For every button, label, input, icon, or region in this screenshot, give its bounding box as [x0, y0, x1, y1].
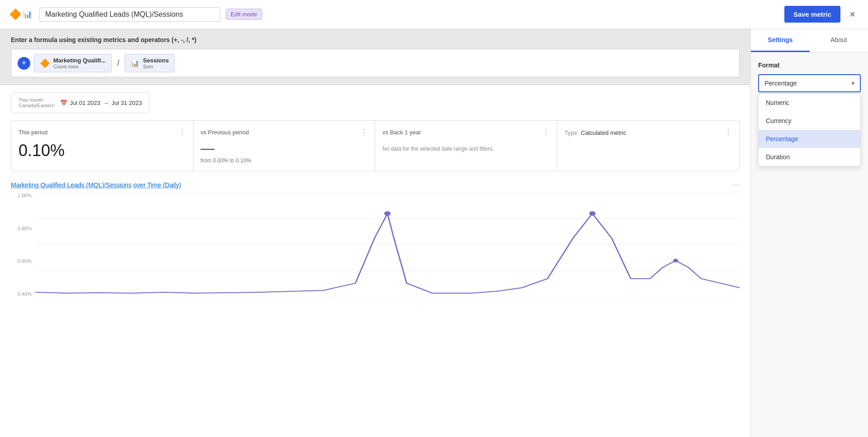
- chart-title: Marketing Qualified Leads (MQL)/Sessions…: [11, 181, 181, 189]
- chart-section: Marketing Qualified Leads (MQL)/Sessions…: [11, 180, 740, 310]
- mql-chip-sub: Count rows: [53, 64, 106, 69]
- format-select[interactable]: Percentage ▾: [758, 74, 861, 92]
- chart-plot: [35, 193, 740, 297]
- right-tabs: Settings About: [751, 29, 868, 52]
- svg-point-5: [384, 211, 391, 216]
- stat-card-this-period: This period ⋮ 0.10%: [11, 121, 193, 171]
- format-dropdown-menu: Numeric Currency Percentage Duration: [758, 93, 861, 166]
- date-end: Jul 31 2023: [112, 100, 142, 106]
- y-label-1: 1.00%: [11, 193, 32, 198]
- stat-note-back-year: No data for the selected date range and …: [382, 141, 550, 153]
- y-label-4: 0.40%: [11, 291, 32, 297]
- dropdown-item-duration[interactable]: Duration: [759, 148, 860, 166]
- bar-chart-icon: 📊: [23, 10, 32, 19]
- formula-editor: + 🔶 Marketing Qualifi... Count rows / 📊 …: [11, 49, 740, 77]
- svg-point-7: [673, 259, 678, 262]
- metric-title-input[interactable]: [39, 7, 220, 22]
- edit-mode-badge: Edit mode: [226, 9, 262, 20]
- y-label-3: 0.60%: [11, 258, 32, 264]
- dropdown-item-currency[interactable]: Currency: [759, 112, 860, 130]
- timezone-label: Canada/Eastern: [19, 103, 55, 108]
- type-menu[interactable]: ⋮: [725, 128, 732, 137]
- stat-value-prev-period: ––: [201, 141, 368, 156]
- metric-chip-mql[interactable]: 🔶 Marketing Qualifi... Count rows: [34, 54, 112, 72]
- date-range: 📅 Jul 01 2023 → Jul 31 2023: [60, 100, 142, 106]
- formula-bar: Enter a formula using existing metrics a…: [0, 29, 750, 85]
- format-selected-value: Percentage: [764, 80, 797, 87]
- format-label: Format: [758, 62, 861, 69]
- mql-chip-title: Marketing Qualifi...: [53, 57, 106, 64]
- this-period-menu[interactable]: ⋮: [179, 128, 186, 137]
- stat-title-prev-period: vs Previous period: [201, 129, 249, 136]
- main-layout: Enter a formula using existing metrics a…: [0, 29, 868, 437]
- stats-grid: This period ⋮ 0.10% vs Previous period ⋮…: [11, 120, 740, 171]
- add-metric-button[interactable]: +: [18, 57, 30, 70]
- stat-type-label: Type:: [565, 129, 579, 136]
- svg-point-6: [589, 211, 595, 216]
- format-select-container: Percentage ▾ Numeric Currency Percentage…: [758, 74, 861, 92]
- save-metric-button[interactable]: Save metric: [784, 6, 840, 23]
- sessions-chip-title: Sessions: [143, 57, 169, 64]
- stat-card-type: Type: Calculated metric ⋮: [557, 121, 740, 171]
- metric-chip-sessions[interactable]: 📊 Sessions Sum: [125, 54, 175, 72]
- content-area: This month Canada/Eastern 📅 Jul 01 2023 …: [0, 85, 750, 437]
- dropdown-item-percentage[interactable]: Percentage: [759, 130, 860, 148]
- stat-title-back-year: vs Back 1 year: [382, 129, 421, 136]
- mql-icon: 🔶: [40, 58, 50, 68]
- right-panel: Settings About Format Percentage ▾ Numer…: [750, 29, 868, 437]
- calendar-icon: 📅: [60, 100, 67, 106]
- tab-settings[interactable]: Settings: [751, 29, 810, 52]
- prev-period-menu[interactable]: ⋮: [360, 128, 368, 137]
- dropdown-item-numeric[interactable]: Numeric: [759, 94, 860, 112]
- formula-instruction: Enter a formula using existing metrics a…: [11, 36, 740, 43]
- period-label: This month: [19, 97, 55, 103]
- top-bar: 🔶 📊 Edit mode Save metric ×: [0, 0, 868, 29]
- back-year-menu[interactable]: ⋮: [542, 128, 550, 137]
- chart-container: 1.00% 0.80% 0.60% 0.40%: [11, 193, 740, 310]
- tab-about[interactable]: About: [810, 29, 868, 52]
- chart-header: Marketing Qualified Leads (MQL)/Sessions…: [11, 180, 740, 189]
- arrow-icon: →: [103, 100, 109, 106]
- stat-type-value: Calculated metric: [581, 129, 626, 136]
- hubspot-logo: 🔶 📊: [9, 9, 32, 20]
- right-content: Format Percentage ▾ Numeric Currency Per…: [751, 52, 868, 101]
- chart-menu[interactable]: ⋯: [732, 180, 740, 189]
- date-start: Jul 01 2023: [70, 100, 100, 106]
- y-label-2: 0.80%: [11, 226, 32, 231]
- hubspot-icon: 🔶: [9, 9, 21, 20]
- stat-card-back-year: vs Back 1 year ⋮ No data for the selecte…: [375, 121, 557, 171]
- sessions-chip-sub: Sum: [143, 64, 169, 69]
- stat-card-prev-period: vs Previous period ⋮ –– from 0.00% to 0.…: [193, 121, 376, 171]
- stat-title-this-period: This period: [19, 129, 47, 136]
- stat-value-this-period: 0.10%: [19, 141, 186, 160]
- stat-sub-prev-period: from 0.00% to 0.10%: [201, 157, 368, 164]
- operator-divider: /: [115, 58, 121, 68]
- y-axis-labels: 1.00% 0.80% 0.60% 0.40%: [11, 193, 33, 297]
- left-panel: Enter a formula using existing metrics a…: [0, 29, 750, 437]
- chart-time-label[interactable]: Time (Daily): [147, 181, 181, 189]
- date-bar[interactable]: This month Canada/Eastern 📅 Jul 01 2023 …: [11, 92, 150, 113]
- sessions-icon: 📊: [131, 59, 139, 67]
- close-button[interactable]: ×: [846, 7, 859, 22]
- chevron-down-icon: ▾: [852, 80, 854, 86]
